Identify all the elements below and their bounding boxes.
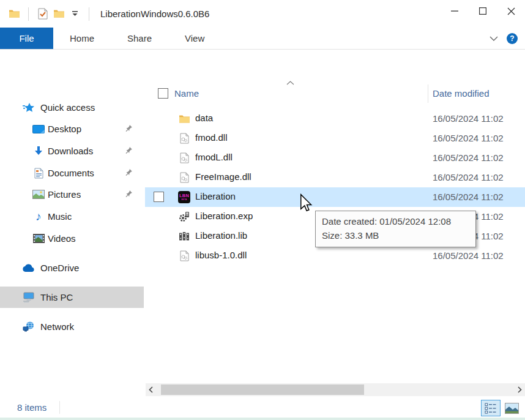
close-button[interactable] [497, 0, 525, 22]
pin-icon [125, 146, 133, 154]
sidebar-item-this-pc[interactable]: This PC [0, 287, 144, 308]
sidebar-item-onedrive[interactable]: OneDrive [0, 257, 144, 279]
file-name: Liberation [195, 191, 236, 201]
file-date-modified: 16/05/2024 11:02 [433, 152, 504, 163]
scroll-left-arrow-icon[interactable] [146, 383, 156, 396]
scrollbar-thumb[interactable] [161, 384, 364, 395]
new-folder-icon[interactable] [51, 6, 67, 22]
sidebar-item-label: Music [48, 211, 72, 222]
dll-file-icon [178, 132, 190, 144]
properties-check-icon[interactable] [35, 6, 51, 22]
file-row-liberation-selected[interactable]: LBN BETA Liberation 16/05/2024 11:02 [145, 187, 525, 207]
sidebar-item-downloads[interactable]: Downloads [0, 140, 144, 162]
column-headers: Name Date modified [145, 84, 525, 104]
column-divider[interactable] [428, 84, 428, 103]
maximize-button[interactable] [469, 0, 497, 22]
network-globe-icon [22, 320, 35, 334]
select-all-checkbox[interactable] [158, 88, 168, 99]
customize-qat-caret-icon[interactable] [67, 6, 83, 22]
file-date-modified: 16/05/2024 11:02 [433, 192, 504, 202]
tab-share[interactable]: Share [111, 28, 168, 49]
file-date-modified: 16/05/2024 11:02 [433, 250, 504, 261]
minimize-button[interactable] [441, 0, 469, 22]
tab-view[interactable]: View [168, 28, 221, 49]
sidebar-item-label: OneDrive [40, 263, 79, 273]
sidebar-item-label: Desktop [48, 124, 81, 134]
details-view-button[interactable] [481, 400, 501, 416]
tab-file[interactable]: File [0, 28, 53, 49]
column-header-date-modified[interactable]: Date modified [433, 88, 490, 99]
file-name: fmod.dll [195, 132, 228, 143]
dll-file-icon [178, 171, 190, 184]
column-header-name[interactable]: Name [174, 88, 199, 99]
file-row-libusb-dll[interactable]: libusb-1.0.dll 16/05/2024 11:02 [145, 246, 525, 266]
navigation-bar: « Liber... › Liberation... [0, 50, 525, 78]
sidebar-item-videos[interactable]: Videos [0, 228, 144, 249]
file-name: data [195, 113, 213, 123]
navigation-pane: Quick access Desktop Downloads Documents [0, 78, 145, 398]
horizontal-scrollbar[interactable] [146, 383, 525, 396]
scrollbar-track[interactable] [156, 383, 515, 396]
file-row-freeimage-dll[interactable]: FreeImage.dll 16/05/2024 11:02 [145, 168, 525, 187]
pin-icon [125, 168, 133, 176]
documents-icon [32, 167, 45, 180]
file-row-data[interactable]: data 16/05/2024 11:02 [145, 109, 525, 129]
status-divider [59, 401, 60, 414]
title-bar: LiberationWindows0.6.0B6 [0, 0, 525, 28]
details-view-icon [485, 403, 497, 414]
large-icons-view-button[interactable] [504, 402, 520, 414]
file-name: fmodL.dll [195, 152, 233, 162]
window-controls [441, 0, 525, 22]
sidebar-item-pictures[interactable]: Pictures [0, 184, 144, 205]
file-date-modified: 16/05/2024 11:02 [433, 172, 504, 182]
scroll-right-arrow-icon[interactable] [515, 383, 525, 396]
folder-icon [178, 113, 190, 125]
explorer-folder-icon[interactable] [6, 6, 22, 22]
tooltip-date-created: Date created: 01/05/2024 12:08 [322, 214, 469, 228]
file-date-modified: 16/05/2024 11:02 [433, 113, 504, 124]
mouse-cursor [300, 193, 313, 213]
qat-separator [28, 7, 29, 21]
help-icon[interactable]: ? [507, 33, 518, 44]
pin-icon [125, 124, 133, 132]
file-name: Liberation.exp [195, 211, 253, 221]
videos-icon [32, 232, 45, 246]
sidebar-item-desktop[interactable]: Desktop [0, 118, 144, 140]
sort-ascending-chevron-icon[interactable] [286, 81, 294, 85]
quick-access-toolbar [0, 6, 95, 22]
file-row-fmodL-dll[interactable]: fmodL.dll 16/05/2024 11:02 [145, 148, 525, 168]
tab-home[interactable]: Home [53, 28, 111, 49]
sidebar-item-label: Videos [48, 233, 76, 244]
file-name: Liberation.lib [195, 230, 247, 241]
row-checkbox[interactable] [154, 192, 164, 202]
pictures-icon [32, 188, 45, 201]
file-row-fmod-dll[interactable]: fmod.dll 16/05/2024 11:02 [145, 129, 525, 148]
window-title: LiberationWindows0.6.0B6 [100, 9, 209, 19]
file-info-tooltip: Date created: 01/05/2024 12:08 Size: 33.… [315, 211, 476, 247]
onedrive-cloud-icon [22, 261, 35, 275]
dll-file-icon [178, 250, 190, 262]
file-name: libusb-1.0.dll [195, 250, 247, 260]
sidebar-item-label: Network [40, 321, 74, 332]
items-count: 8 items [17, 402, 47, 413]
thumbnail-view-icon [505, 403, 519, 414]
sidebar-item-network[interactable]: Network [0, 316, 144, 337]
sidebar-item-label: Documents [48, 168, 94, 178]
sidebar-item-label: Downloads [48, 146, 93, 156]
desktop-icon [32, 122, 45, 136]
sidebar-item-label: Pictures [48, 189, 81, 200]
sidebar-item-label: Quick access [40, 102, 95, 113]
quick-access-star-icon [22, 101, 35, 114]
sidebar-item-music[interactable]: ♪ Music [0, 206, 144, 227]
tooltip-size: Size: 33.3 MB [322, 228, 469, 242]
window-bottom-edge [0, 418, 525, 420]
sidebar-item-quick-access[interactable]: Quick access [0, 97, 144, 118]
expand-ribbon-chevron-icon[interactable] [490, 36, 498, 41]
liberation-app-icon: LBN BETA [178, 191, 190, 203]
lib-file-icon [178, 230, 190, 242]
sidebar-item-documents[interactable]: Documents [0, 162, 144, 184]
downloads-icon [32, 144, 45, 158]
ribbon-tabs: File Home Share View ? [0, 28, 525, 50]
qat-separator [89, 7, 89, 21]
exp-file-icon [178, 211, 190, 223]
